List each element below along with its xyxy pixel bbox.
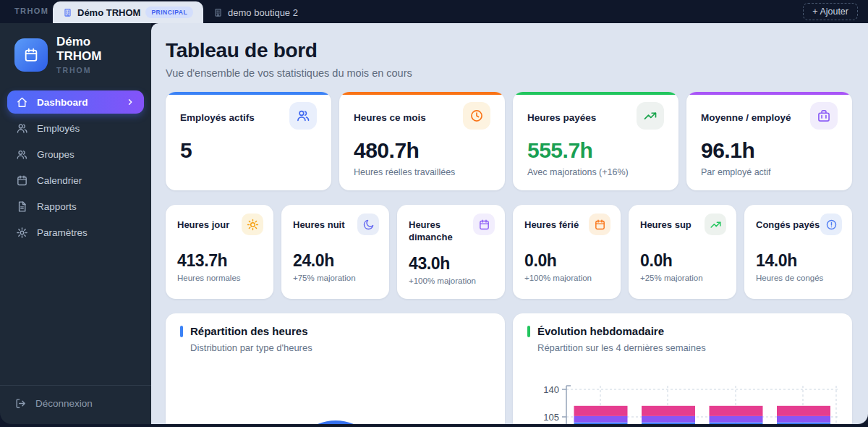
- bar-segment-blue: [642, 423, 695, 424]
- mini-sublabel: +75% majoration: [293, 274, 379, 282]
- stat-icon-box: [289, 102, 317, 130]
- add-workspace-button[interactable]: + Ajouter: [803, 3, 858, 20]
- sidebar-item-employes[interactable]: Employés: [7, 117, 144, 140]
- stat-sublabel: Avec majorations (+16%): [527, 167, 664, 177]
- charts-row: Répartition des heures Distribution par …: [166, 313, 852, 424]
- workspace-tabs: Démo TRHOMPRINCIPALdemo boutique 2: [53, 0, 308, 23]
- logout-button[interactable]: Déconnexion: [14, 397, 137, 410]
- main-content: Tableau de bord Vue d'ensemble de vos st…: [151, 23, 868, 424]
- users-icon: [16, 122, 28, 135]
- mini-icon-box: [473, 214, 495, 235]
- trending-up-icon: [710, 219, 722, 231]
- home-icon: [16, 96, 28, 109]
- report-icon: [16, 200, 28, 213]
- mini-title: Heures jour: [177, 219, 229, 232]
- sidebar-item-parametres[interactable]: Paramètres: [7, 221, 144, 244]
- calendar-icon: [594, 219, 606, 231]
- org-logo: [14, 38, 48, 72]
- stat-card-moyenne-employe: Moyenne / employé96.1hPar employé actif: [686, 92, 852, 190]
- mini-value: 413.7h: [177, 251, 263, 271]
- bar-segment-pink: [710, 406, 763, 416]
- org-code: TRHOM: [56, 66, 138, 75]
- mini-value: 43.0h: [409, 254, 495, 274]
- stat-icon-box: [463, 102, 490, 130]
- stats-row: Employés actifs5Heures ce mois480.7hHeur…: [166, 92, 852, 190]
- mini-sublabel: Heures normales: [177, 274, 263, 282]
- mini-icon-box: [242, 214, 263, 235]
- card-accent-bar: [686, 92, 852, 95]
- mini-card-conges-payes: Congés payés14.0hHeures de congés: [744, 205, 852, 299]
- sidebar-nav: DashboardEmployésGroupesCalendrierRappor…: [0, 85, 151, 244]
- stat-icon-box: [637, 102, 664, 130]
- org-header: Démo TRHOM TRHOM: [0, 23, 151, 85]
- stat-value: 555.7h: [527, 138, 664, 163]
- org-name: Démo TRHOM: [56, 35, 138, 64]
- bar-segment-blue: [574, 423, 628, 424]
- mini-card-heures-sup: Heures sup0.0h+25% majoration: [629, 205, 736, 299]
- stat-sublabel: Heures réelles travaillées: [354, 167, 490, 177]
- tab-demo-boutique-2[interactable]: demo boutique 2: [203, 1, 308, 23]
- sidebar-item-label: Paramètres: [37, 227, 88, 238]
- mini-card-heures-nuit: Heures nuit24.0h+75% majoration: [281, 205, 389, 299]
- stat-title: Heures payées: [527, 112, 596, 123]
- distribution-accent-bar: [180, 326, 183, 337]
- building-icon: [63, 8, 72, 17]
- sidebar-item-label: Rapports: [37, 201, 77, 212]
- bar-segment-blue: [710, 423, 763, 424]
- sidebar-item-label: Employés: [37, 123, 80, 134]
- mini-card-heures-jour: Heures jour413.7hHeures normales: [166, 205, 273, 299]
- briefcase-icon: [817, 109, 831, 123]
- mini-sublabel: +25% majoration: [640, 274, 726, 282]
- bar-segment-purple: [574, 416, 628, 423]
- mini-value: 24.0h: [293, 251, 379, 271]
- alert-circle-icon: [825, 219, 838, 231]
- stat-sublabel: Par employé actif: [701, 167, 838, 177]
- stat-card-heures-payees: Heures payées555.7hAvec majorations (+16…: [513, 92, 678, 190]
- bar-segment-blue: [777, 423, 830, 424]
- trending-up-icon: [643, 109, 658, 123]
- weekly-evolution-card: Évolution hebdomadaire Répartition sur l…: [513, 313, 852, 424]
- sun-icon: [247, 219, 259, 231]
- calendar-icon: [16, 174, 28, 187]
- user-group-icon: [16, 148, 28, 161]
- weekly-bar-chart: 140105: [513, 313, 852, 424]
- page-title: Tableau de bord: [166, 39, 852, 62]
- card-accent-bar: [339, 92, 505, 95]
- chevron-right-icon: [125, 97, 135, 107]
- app-brand: TRHOM: [14, 7, 48, 15]
- calendar-icon: [478, 219, 490, 231]
- page-subtitle: Vue d'ensemble de vos statistiques du mo…: [166, 67, 852, 79]
- mini-card-heures-ferie: Heures férié0.0h+100% majoration: [513, 205, 621, 299]
- mini-title: Congés payés: [756, 219, 820, 232]
- stat-card-employes-actifs: Employés actifs5: [166, 92, 331, 190]
- sidebar-footer: Déconnexion: [0, 385, 151, 424]
- hours-distribution-card: Répartition des heures Distribution par …: [166, 313, 505, 424]
- mini-value: 0.0h: [524, 251, 610, 271]
- tab-demo-trhom[interactable]: Démo TRHOMPRINCIPAL: [53, 1, 203, 23]
- logout-icon: [14, 397, 27, 410]
- sidebar-item-dashboard[interactable]: Dashboard: [7, 90, 144, 114]
- building-icon: [213, 8, 223, 17]
- bar-segment-pink: [777, 406, 830, 416]
- y-tick-label: 105: [543, 412, 559, 423]
- logout-label: Déconnexion: [35, 398, 93, 409]
- distribution-chart-title: Répartition des heures: [190, 325, 308, 337]
- sidebar-item-rapports[interactable]: Rapports: [7, 195, 144, 218]
- principal-badge: PRINCIPAL: [145, 7, 193, 18]
- bar-segment-pink: [574, 406, 628, 416]
- sidebar-item-label: Dashboard: [37, 97, 88, 108]
- hours-pie-chart: [289, 420, 382, 424]
- mini-stats-row: Heures jour413.7hHeures normalesHeures n…: [166, 205, 852, 299]
- sidebar-item-groupes[interactable]: Groupes: [7, 143, 144, 166]
- mini-title: Heures férié: [524, 219, 579, 232]
- y-tick-label: 140: [543, 384, 559, 395]
- bar-segment-purple: [642, 416, 695, 423]
- mini-icon-box: [357, 214, 379, 235]
- calendar-icon: [23, 47, 39, 63]
- stat-value: 96.1h: [701, 138, 838, 163]
- bar-segment-purple: [710, 416, 763, 423]
- sidebar-item-calendrier[interactable]: Calendrier: [7, 169, 144, 192]
- clock-icon: [469, 109, 484, 123]
- mini-title: Heures nuit: [293, 219, 345, 232]
- card-accent-bar: [513, 92, 678, 95]
